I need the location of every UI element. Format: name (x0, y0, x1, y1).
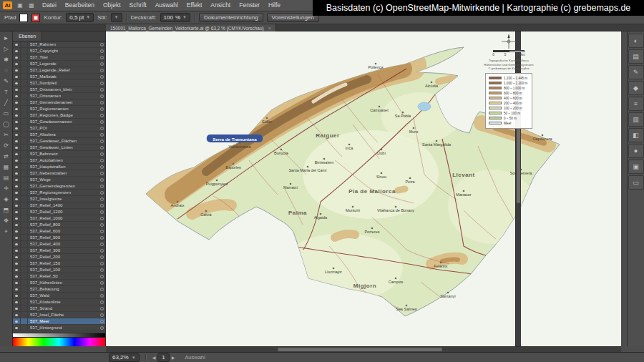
visibility-eye-icon[interactable] (13, 286, 21, 292)
lock-toggle[interactable] (21, 235, 28, 240)
lock-toggle[interactable] (21, 67, 28, 73)
lock-toggle[interactable] (21, 170, 28, 176)
line-tool[interactable]: ╱ (1, 97, 12, 108)
target-circle-icon[interactable] (99, 56, 105, 59)
layer-row[interactable]: 537_Insel_Fläche (13, 312, 105, 318)
visibility-eye-icon[interactable] (13, 41, 21, 47)
layer-row[interactable]: 537_Copyright (13, 48, 105, 54)
layer-row[interactable]: 537_Regionsgrenzen (13, 190, 105, 196)
target-circle-icon[interactable] (99, 49, 105, 53)
lock-toggle[interactable] (21, 305, 28, 311)
layer-row[interactable]: 537_Nordpfeil (13, 80, 105, 87)
layer-row[interactable]: 537_Wege (13, 177, 105, 183)
target-circle-icon[interactable] (99, 217, 105, 220)
visibility-eye-icon[interactable] (13, 222, 21, 228)
visibility-eye-icon[interactable] (13, 61, 21, 67)
previous-artboard-icon[interactable]: ◀ (152, 355, 156, 360)
lock-toggle[interactable] (21, 132, 28, 137)
layer-row[interactable]: 537_Relief_1400 (13, 202, 105, 209)
visibility-eye-icon[interactable] (13, 196, 21, 202)
visibility-eye-icon[interactable] (13, 119, 21, 124)
lock-toggle[interactable] (21, 254, 28, 260)
layer-row[interactable]: 537_Relief_150 (13, 260, 105, 267)
target-circle-icon[interactable] (99, 288, 105, 291)
visibility-eye-icon[interactable] (13, 145, 21, 150)
target-circle-icon[interactable] (99, 43, 105, 47)
layers-panel-icon[interactable]: ▣ (628, 160, 644, 174)
artboards-panel-icon[interactable]: ▭ (628, 175, 644, 190)
lock-toggle[interactable] (21, 202, 28, 208)
menu-hilfe[interactable]: Hilfe (264, 0, 285, 11)
stroke-weight-field[interactable]: 0,5 pt▼ (66, 13, 94, 22)
target-circle-icon[interactable] (99, 268, 105, 272)
visibility-eye-icon[interactable] (13, 202, 21, 208)
lock-toggle[interactable] (21, 138, 28, 144)
menu-objekt[interactable]: Objekt (99, 0, 125, 11)
layer-row[interactable]: 537_Legende (13, 61, 105, 67)
lock-toggle[interactable] (21, 248, 28, 253)
visibility-eye-icon[interactable] (13, 54, 21, 60)
lock-toggle[interactable] (21, 119, 28, 124)
target-circle-icon[interactable] (99, 133, 105, 137)
stroke-swatch[interactable] (31, 14, 40, 22)
canvas[interactable]: PollençaAlcúdiaCampanetSa PoblaMuroSanta… (106, 31, 621, 346)
scissors-tool[interactable]: ✂ (1, 129, 12, 140)
lock-toggle[interactable] (21, 209, 28, 215)
menu-schrift[interactable]: Schrift (125, 0, 151, 11)
close-icon[interactable]: × (268, 26, 271, 31)
ellipse-tool[interactable]: ◯ (1, 119, 12, 129)
menu-datei[interactable]: Datei (38, 0, 61, 11)
lock-toggle[interactable] (21, 196, 28, 202)
visibility-eye-icon[interactable] (13, 209, 21, 215)
color-spectrum[interactable] (13, 337, 105, 346)
target-circle-icon[interactable] (99, 152, 105, 156)
visibility-eye-icon[interactable] (13, 74, 21, 79)
visibility-eye-icon[interactable] (13, 106, 21, 112)
target-circle-icon[interactable] (99, 94, 105, 98)
visibility-eye-icon[interactable] (13, 190, 21, 195)
visibility-eye-icon[interactable] (13, 241, 21, 247)
target-circle-icon[interactable] (99, 294, 105, 298)
visibility-eye-icon[interactable] (13, 299, 21, 305)
target-circle-icon[interactable] (99, 300, 105, 304)
target-circle-icon[interactable] (99, 307, 105, 310)
layer-row[interactable]: 537_Regionsnamen (13, 106, 105, 112)
layer-row[interactable]: 537_Relief_100 (13, 267, 105, 273)
visibility-eye-icon[interactable] (13, 67, 21, 73)
layer-row[interactable]: 537_Relief_800 (13, 222, 105, 228)
lock-toggle[interactable] (21, 54, 28, 60)
layer-row[interactable]: 537_Meer (13, 318, 105, 325)
lock-toggle[interactable] (21, 190, 28, 195)
mesh-tool[interactable]: ▦ (1, 162, 12, 172)
scale-tool[interactable]: ⇄ (1, 151, 12, 162)
gradient-panel-icon[interactable]: ▥ (628, 112, 644, 127)
layer-row[interactable]: 537_Titel (13, 54, 105, 61)
target-circle-icon[interactable] (99, 114, 105, 117)
layer-row[interactable]: 537_Gemeindenamen (13, 99, 105, 106)
visibility-eye-icon[interactable] (13, 151, 21, 157)
target-circle-icon[interactable] (99, 243, 105, 246)
bridge-icon[interactable]: ▣ (15, 2, 25, 9)
lock-toggle[interactable] (21, 299, 28, 305)
document-tab[interactable]: 150001_Mallorca_Gemeinden_Vektorkarte.ai… (106, 24, 276, 31)
opacity-field[interactable]: 100%▼ (160, 13, 190, 22)
layer-row[interactable]: 537_Rahmen (13, 41, 105, 48)
visibility-eye-icon[interactable] (13, 87, 21, 92)
visibility-eye-icon[interactable] (13, 164, 21, 170)
visibility-eye-icon[interactable] (13, 125, 21, 131)
target-circle-icon[interactable] (99, 185, 105, 188)
layer-row[interactable]: 537_Autobahnen (13, 157, 105, 164)
menu-effekt[interactable]: Effekt (182, 0, 207, 11)
lock-toggle[interactable] (21, 228, 28, 234)
document-setup-button[interactable]: Dokumenteinrichtung (199, 13, 263, 22)
rotate-tool[interactable]: ⟳ (1, 140, 12, 151)
eyedropper-tool[interactable]: ✛ (1, 183, 12, 194)
target-circle-icon[interactable] (99, 275, 105, 278)
lock-toggle[interactable] (21, 87, 28, 92)
zoom-tool[interactable]: ⌖ (1, 226, 12, 237)
visibility-eye-icon[interactable] (13, 267, 21, 273)
visibility-eye-icon[interactable] (13, 183, 21, 189)
target-circle-icon[interactable] (99, 191, 105, 195)
target-circle-icon[interactable] (99, 69, 105, 72)
layer-row[interactable]: 537_Legende_Relief (13, 67, 105, 74)
